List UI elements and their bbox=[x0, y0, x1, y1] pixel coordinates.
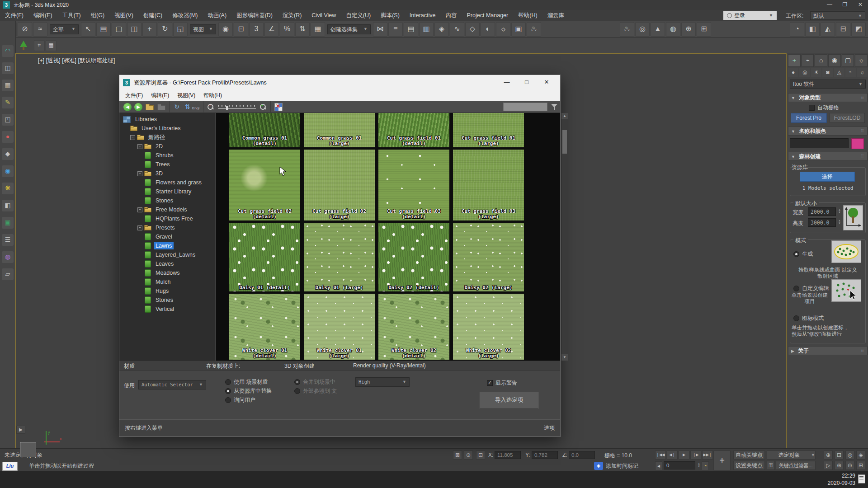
next-frame-button[interactable]: ❘▶ bbox=[690, 450, 701, 460]
angle-snap-icon[interactable]: ∠ bbox=[264, 22, 279, 37]
zoom-extents-icon[interactable]: ⊡ bbox=[835, 450, 844, 460]
named-selection-dropdown[interactable]: 创建选择集▼ bbox=[327, 24, 371, 34]
rectangular-selection-region-icon[interactable]: ▢ bbox=[112, 22, 126, 37]
library-grid-icon[interactable]: ▦ bbox=[46, 40, 57, 51]
search-input[interactable] bbox=[503, 103, 547, 111]
z-coordinate-field[interactable]: 0.0 bbox=[569, 451, 595, 459]
sphere-tool-icon[interactable]: ● bbox=[2, 131, 14, 143]
scrollbar-thumb[interactable] bbox=[562, 130, 567, 154]
zoom-in-icon[interactable]: + bbox=[259, 103, 267, 111]
open-autodesk-app-icon[interactable]: ▲ bbox=[651, 22, 665, 37]
cat-lights-icon[interactable]: ☀ bbox=[811, 68, 821, 77]
field-of-view-icon[interactable]: ◈ bbox=[856, 450, 865, 460]
menu-item[interactable]: 脚本(S) bbox=[376, 10, 405, 21]
select-library-button[interactable]: 选择 bbox=[800, 172, 855, 182]
dialog-menu-item[interactable]: 文件(F) bbox=[121, 92, 147, 99]
texture-tool-icon[interactable]: ◍ bbox=[2, 251, 14, 263]
preset-thumbnail[interactable]: Daisy 02 (large) bbox=[453, 223, 524, 291]
forward-icon[interactable]: ▶ bbox=[134, 103, 142, 111]
material-selector-dropdown[interactable]: Automatic Selector ▼ bbox=[138, 380, 206, 389]
show-warnings-checkbox[interactable]: ✓ 显示警告 bbox=[487, 379, 517, 387]
rollout-about[interactable]: ▶ 关于 ⠿ bbox=[788, 346, 868, 355]
plane-tool-icon[interactable]: ▱ bbox=[2, 268, 14, 280]
tree-item[interactable]: −2D bbox=[119, 142, 215, 151]
pan-icon[interactable]: ▷ bbox=[824, 461, 833, 470]
menu-item[interactable]: 编辑(E) bbox=[28, 10, 57, 21]
menu-item[interactable]: 修改器(M) bbox=[167, 10, 203, 21]
dialog-menu-item[interactable]: 视图(V) bbox=[173, 92, 199, 99]
previous-frame-button[interactable]: ◀❘ bbox=[667, 450, 678, 460]
dialog-menu-item[interactable]: 编辑(E) bbox=[147, 92, 173, 99]
preset-thumbnail[interactable]: Daisy 01 (detail) bbox=[229, 223, 300, 291]
selection-filter-dropdown[interactable]: 全部▼ bbox=[50, 24, 79, 34]
preset-thumbnail[interactable]: White clover 01(detail) bbox=[229, 294, 300, 360]
go-to-end-button[interactable]: ▶▶❘ bbox=[702, 450, 713, 460]
window-crossing-icon[interactable]: ◫ bbox=[127, 22, 142, 37]
tree-item[interactable]: −新路径 bbox=[119, 133, 215, 142]
cat-geometry-icon[interactable]: ● bbox=[788, 68, 798, 77]
menu-item[interactable]: 帮助(H) bbox=[513, 10, 542, 21]
select-object-icon[interactable]: ↖ bbox=[81, 22, 95, 37]
maximize-viewport-icon[interactable]: ⊞ bbox=[856, 461, 865, 470]
zoom-icon[interactable]: ⊕ bbox=[824, 450, 833, 460]
tab-motion[interactable]: ◉ bbox=[828, 54, 841, 67]
object-paint-icon[interactable]: ✎ bbox=[2, 97, 14, 108]
preset-thumbnail[interactable]: Common grass 01(large) bbox=[304, 113, 375, 147]
object-name-field[interactable] bbox=[790, 138, 849, 148]
render-quality-dropdown[interactable]: High ▼ bbox=[355, 377, 410, 387]
cat-cameras-icon[interactable]: ◙ bbox=[822, 68, 833, 77]
preset-thumbnail[interactable]: White clover 02(large) bbox=[453, 294, 524, 360]
set-key-button[interactable]: 设置关键点 bbox=[733, 461, 765, 470]
freeform-tab-icon[interactable]: ◫ bbox=[2, 62, 14, 74]
render-in-cloud-icon[interactable]: ◎ bbox=[635, 22, 650, 37]
width-spinner[interactable]: ▲▼ bbox=[837, 208, 842, 214]
menu-item[interactable]: 自定义(U) bbox=[341, 10, 376, 21]
rendered-frame-window-icon[interactable]: ▣ bbox=[511, 22, 526, 37]
panel-tool-icon[interactable]: ▣ bbox=[2, 217, 14, 229]
workspace-dropdown[interactable]: 默认 ▼ bbox=[810, 11, 865, 20]
grid-scrollbar[interactable]: ▲ ▼ bbox=[561, 113, 567, 361]
time-configuration-icon[interactable]: ◔ bbox=[702, 461, 709, 470]
arnold-icon[interactable]: ⊞ bbox=[697, 22, 711, 37]
orbit-icon[interactable]: ⊙ bbox=[845, 461, 854, 470]
tree-item[interactable]: Starter Library bbox=[119, 187, 215, 196]
viewport-label[interactable]: [+] [透视] [标准] [默认明暗处理] bbox=[38, 57, 115, 65]
tree-item[interactable]: −3D bbox=[119, 169, 215, 178]
selection-lock-icon[interactable]: ⊙ bbox=[464, 450, 473, 460]
preset-thumbnail[interactable]: Daisy 01 (large) bbox=[304, 223, 375, 291]
play-button[interactable]: ▶ bbox=[679, 450, 689, 460]
forest-tools-icon[interactable]: ⌗ bbox=[34, 40, 45, 51]
duplicate-material-radio[interactable]: 从资源库中替换 bbox=[225, 387, 272, 395]
render-production-icon[interactable]: ♨ bbox=[527, 22, 541, 37]
object-color-swatch[interactable] bbox=[851, 138, 864, 149]
tree-item[interactable]: Leaves bbox=[119, 259, 215, 268]
ribbon-toggle-icon[interactable]: ◈ bbox=[434, 22, 449, 37]
object-category-dropdown[interactable]: Itoo 软件 ▼ bbox=[790, 80, 866, 89]
frame-spinner[interactable]: ▲▼ bbox=[696, 462, 702, 468]
menu-item[interactable]: 组(G) bbox=[86, 10, 110, 21]
tree-item[interactable]: Stones bbox=[119, 296, 215, 305]
x-coordinate-field[interactable]: 11.805 bbox=[495, 451, 521, 459]
frame-number-field[interactable]: 0 bbox=[664, 461, 695, 469]
mirror-icon[interactable]: ⋈ bbox=[373, 22, 387, 37]
select-and-manipulate-icon[interactable]: ⊡ bbox=[234, 22, 248, 37]
menu-item[interactable]: 创建(C) bbox=[138, 10, 167, 21]
dialog-close-button[interactable]: ✕ bbox=[537, 75, 557, 90]
preset-thumbnail[interactable]: Cut grass field 01(large) bbox=[453, 113, 524, 147]
menu-item[interactable]: 文件(F) bbox=[0, 10, 28, 21]
tree-item[interactable]: −Presets bbox=[119, 223, 215, 232]
snaps-toggle-icon[interactable]: 3 bbox=[249, 22, 264, 37]
tree-item[interactable]: Libraries bbox=[119, 115, 215, 124]
thumbnail-size-slider[interactable] bbox=[218, 104, 256, 110]
render-iterative-icon[interactable]: ♨ bbox=[620, 22, 634, 37]
preset-thumbnail[interactable]: Cut grass field 03(large) bbox=[453, 150, 524, 221]
zoom-out-icon[interactable]: − bbox=[207, 103, 214, 111]
walk-through-icon[interactable]: ⊛ bbox=[835, 461, 844, 470]
tree-item[interactable]: HQPlants Free bbox=[119, 214, 215, 223]
menu-item[interactable]: Civil View bbox=[307, 10, 341, 21]
auto-key-button[interactable]: 自动关键点 bbox=[733, 450, 765, 460]
taskbar-clock[interactable]: 22:29 2020-09-03 bbox=[828, 472, 855, 487]
expand-tray-icon[interactable]: ▶ bbox=[16, 426, 25, 434]
height-spinner[interactable]: ▲▼ bbox=[837, 219, 842, 225]
tree-expander-icon[interactable]: − bbox=[137, 207, 142, 212]
